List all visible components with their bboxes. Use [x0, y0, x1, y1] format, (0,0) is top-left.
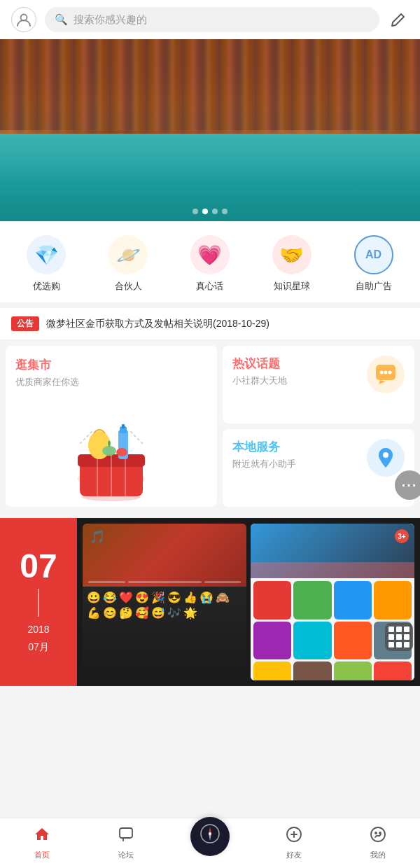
partner-label: 合伙人	[115, 280, 142, 293]
search-placeholder: 搜索你感兴趣的	[74, 13, 147, 27]
media-day: 07	[20, 550, 57, 583]
bottom-navigation: 首页 论坛	[0, 818, 420, 868]
premium-shop-icon: 💎	[27, 235, 66, 274]
svg-point-30	[379, 832, 381, 834]
quick-item-truth[interactable]: 💗 真心话	[169, 235, 251, 293]
media-date: 07 2018 07月	[0, 518, 77, 686]
banner-dot-2[interactable]	[202, 209, 208, 214]
media-card-1[interactable]: 😀😂❤️😍 🎉😎👍😭 🙈💪😊🤔 🥰😅🎶🌟	[83, 524, 246, 680]
quick-item-premium-shop[interactable]: 💎 优选购	[6, 235, 88, 293]
banner-dot-3[interactable]	[212, 209, 218, 214]
location-pin-icon	[367, 439, 405, 477]
hot-topic-title: 热议话题	[232, 356, 287, 372]
edit-icon[interactable]	[388, 9, 409, 30]
media-card-2[interactable]: 3+	[251, 524, 414, 680]
media-month: 07月	[28, 640, 49, 654]
svg-point-28	[371, 827, 385, 841]
partner-icon: 🪐	[108, 235, 148, 274]
banner-dot-4[interactable]	[222, 209, 227, 214]
home-icon	[34, 826, 50, 847]
card-hot-topic[interactable]: 热议话题 小社群大天地	[223, 346, 414, 424]
ad-label: 自助广告	[356, 280, 392, 293]
svg-point-21	[383, 452, 388, 458]
quick-item-knowledge[interactable]: 🤝 知识星球	[251, 235, 332, 293]
chat-bubble-icon	[367, 356, 405, 393]
compass-icon	[200, 823, 220, 849]
svg-point-17	[380, 371, 384, 374]
knowledge-icon: 🤝	[272, 235, 312, 274]
premium-shop-label: 优选购	[33, 280, 60, 293]
announcement-text: 微梦社区金币获取方式及发帖相关说明(2018-10-29)	[46, 318, 409, 330]
more-options-button[interactable]: ···	[395, 470, 420, 500]
ad-icon: AD	[354, 235, 393, 274]
quick-item-partner[interactable]: 🪐 合伙人	[88, 235, 169, 293]
market-title: 逛集市	[15, 357, 207, 373]
nav-discover[interactable]	[168, 831, 252, 856]
quick-menu: 💎 优选购 🪐 合伙人 💗 真心话 🤝 知识星球 AD 自助广告	[0, 221, 420, 302]
nav-forum[interactable]: 论坛	[84, 818, 168, 868]
svg-rect-22	[120, 828, 132, 838]
banner-dot-1[interactable]	[192, 209, 198, 214]
quick-item-ad[interactable]: AD 自助广告	[332, 235, 414, 293]
truth-icon: 💗	[190, 235, 230, 274]
local-service-title: 本地服务	[232, 439, 296, 455]
forum-icon	[118, 826, 134, 847]
svg-rect-11	[122, 424, 125, 428]
svg-line-2	[129, 430, 143, 444]
nav-home-label: 首页	[34, 850, 50, 860]
mine-icon	[370, 826, 386, 847]
svg-point-26	[209, 832, 211, 835]
svg-point-19	[388, 371, 392, 374]
truth-label: 真心话	[196, 280, 223, 293]
banner-dots	[192, 209, 227, 214]
nav-mine-label: 我的	[370, 850, 386, 860]
market-illustration	[59, 409, 164, 507]
market-subtitle: 优质商家任你选	[15, 376, 207, 388]
announcement-badge: 公告	[11, 316, 39, 331]
banner	[0, 39, 420, 221]
banner-image	[0, 39, 420, 221]
card-local-service[interactable]: 本地服务 附近就有小助手 ···	[223, 429, 414, 507]
svg-point-14	[116, 448, 127, 456]
svg-point-15	[82, 493, 141, 501]
card-market[interactable]: 逛集市 优质商家任你选	[6, 346, 217, 507]
knowledge-label: 知识星球	[274, 280, 310, 293]
svg-point-29	[375, 832, 377, 834]
announcement-bar[interactable]: 公告 微梦社区金币获取方式及发帖相关说明(2018-10-29)	[0, 308, 420, 340]
search-bar[interactable]: 🔍 搜索你感兴趣的	[45, 7, 379, 32]
media-year: 2018	[27, 622, 49, 637]
card-right-column: 热议话题 小社群大天地 本地服务 附近就有小助手	[223, 346, 414, 507]
local-service-subtitle: 附近就有小助手	[232, 458, 296, 470]
discover-button[interactable]	[190, 817, 230, 856]
search-icon: 🔍	[55, 13, 68, 26]
header: 🔍 搜索你感兴趣的	[0, 0, 420, 39]
grid-view-button[interactable]	[385, 623, 413, 651]
cards-section: 逛集市 优质商家任你选	[0, 340, 420, 512]
svg-point-18	[384, 371, 388, 374]
hot-topic-subtitle: 小社群大天地	[232, 374, 287, 387]
nav-friends-label: 好友	[286, 850, 302, 860]
avatar-icon[interactable]	[11, 7, 36, 32]
grid-dots-icon	[388, 626, 410, 648]
friends-icon	[286, 826, 302, 847]
nav-forum-label: 论坛	[118, 850, 134, 860]
media-section: 07 2018 07月 😀😂❤️😍 🎉😎👍😭 🙈💪�	[0, 518, 420, 686]
nav-friends[interactable]: 好友	[252, 818, 336, 868]
svg-point-13	[102, 446, 116, 456]
nav-home[interactable]: 首页	[0, 818, 84, 868]
nav-mine[interactable]: 我的	[336, 818, 420, 868]
media-cards: 😀😂❤️😍 🎉😎👍😭 🙈💪😊🤔 🥰😅🎶🌟 3+	[77, 518, 420, 686]
